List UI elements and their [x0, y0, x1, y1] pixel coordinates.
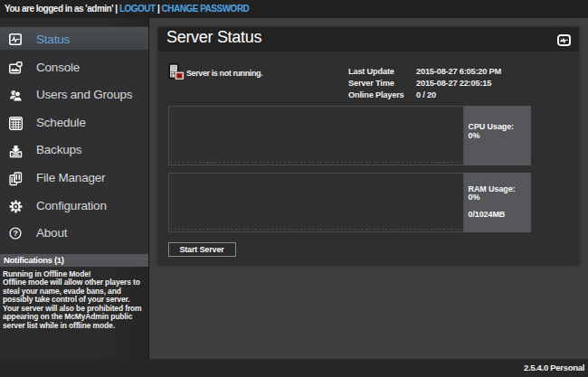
svg-text:?: ?: [13, 229, 18, 239]
